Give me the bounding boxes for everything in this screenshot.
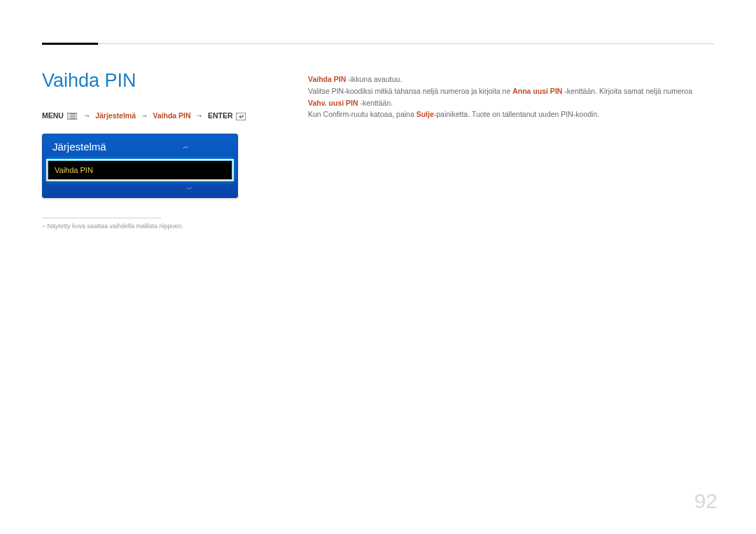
body-highlight: Vaihda PIN — [308, 75, 346, 83]
menu-header: Järjestelmä ︿ — [43, 134, 237, 159]
arrow-icon: → — [141, 111, 148, 120]
body-highlight: Vahv. uusi PIN — [308, 99, 358, 107]
breadcrumb-menu: MENU — [42, 111, 64, 120]
body-text-span: -kenttään. Kirjoita samat neljä numeroa — [562, 87, 692, 95]
body-text: Vaihda PIN -ikkuna avautuu. Valitse PIN-… — [308, 70, 714, 230]
body-highlight: Anna uusi PIN — [512, 87, 562, 95]
menu-widget: Järjestelmä ︿ Vaihda PIN ﹀ — [42, 134, 238, 198]
page-title: Vaihda PIN — [42, 70, 280, 92]
body-text-span: Valitse PIN-koodiksi mitkä tahansa neljä… — [308, 87, 512, 95]
body-text-span: -kenttään. — [358, 99, 393, 107]
menu-title-text: Järjestelmä — [52, 141, 106, 153]
image-note: Näytetty kuva saattaa vaihdella mallista… — [42, 223, 280, 230]
menu-icon — [67, 113, 77, 120]
chevron-down-icon[interactable]: ﹀ — [186, 186, 192, 192]
breadcrumb-enter: ENTER — [208, 111, 233, 120]
body-text-span: -ikkuna avautuu. — [346, 75, 402, 83]
page-number: 92 — [694, 489, 718, 513]
body-text-span: Kun Confirm-ruutu katoaa, paina — [308, 110, 416, 118]
section-divider — [42, 43, 714, 44]
breadcrumb: MENU → Järjestelmä → Vaihda PIN → ENTER — [42, 111, 280, 120]
breadcrumb-item: Vaihda PIN — [153, 111, 190, 120]
breadcrumb-item: Järjestelmä — [95, 111, 136, 120]
arrow-icon: → — [83, 111, 91, 120]
note-divider — [42, 218, 161, 218]
body-text-span: -painiketta. Tuote on tallentanut uuden … — [434, 110, 599, 118]
chevron-up-icon[interactable]: ︿ — [183, 143, 189, 150]
enter-icon — [236, 113, 246, 120]
body-highlight: Sulje — [416, 110, 434, 118]
arrow-icon: → — [196, 111, 204, 120]
menu-item-vaihda-pin[interactable]: Vaihda PIN — [46, 159, 234, 181]
